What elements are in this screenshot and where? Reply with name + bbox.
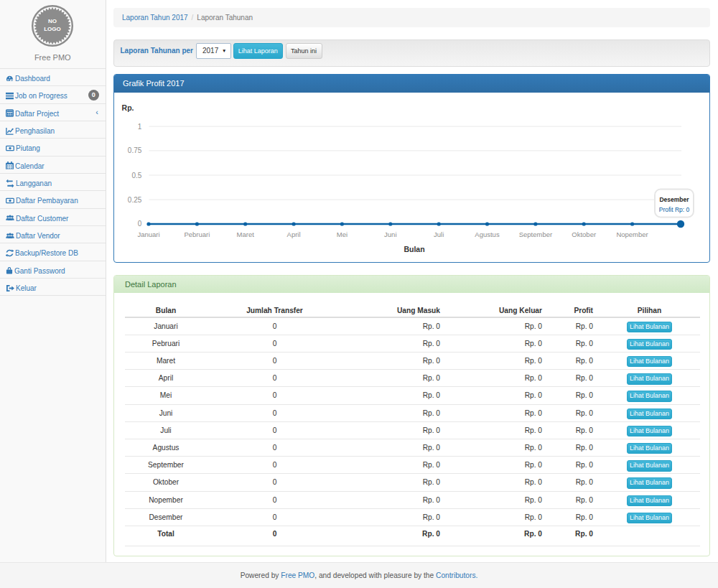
svg-text:Agustus: Agustus: [475, 230, 500, 238]
svg-text:LOGO: LOGO: [44, 26, 61, 32]
svg-text:Januari: Januari: [137, 230, 159, 238]
svg-text:April: April: [287, 230, 301, 238]
svg-text:Bulan: Bulan: [404, 245, 424, 253]
svg-text:0.75: 0.75: [128, 146, 142, 154]
svg-text:Juli: Juli: [434, 230, 444, 238]
svg-text:Mei: Mei: [337, 230, 348, 238]
svg-text:0.25: 0.25: [128, 195, 142, 203]
svg-text:Rp.: Rp.: [122, 103, 134, 111]
svg-text:NO: NO: [48, 18, 57, 24]
svg-text:Nopember: Nopember: [616, 230, 648, 238]
svg-text:0.5: 0.5: [131, 171, 141, 179]
svg-text:September: September: [519, 230, 552, 238]
svg-text:1: 1: [138, 122, 142, 130]
svg-text:Maret: Maret: [237, 230, 255, 238]
svg-text:Desember: Desember: [659, 196, 689, 203]
svg-text:Profit Rp: 0: Profit Rp: 0: [659, 206, 690, 213]
svg-text:0: 0: [138, 220, 142, 228]
svg-text:Juni: Juni: [384, 230, 396, 238]
svg-text:Pebruari: Pebruari: [184, 230, 210, 238]
svg-text:Oktober: Oktober: [572, 230, 596, 238]
